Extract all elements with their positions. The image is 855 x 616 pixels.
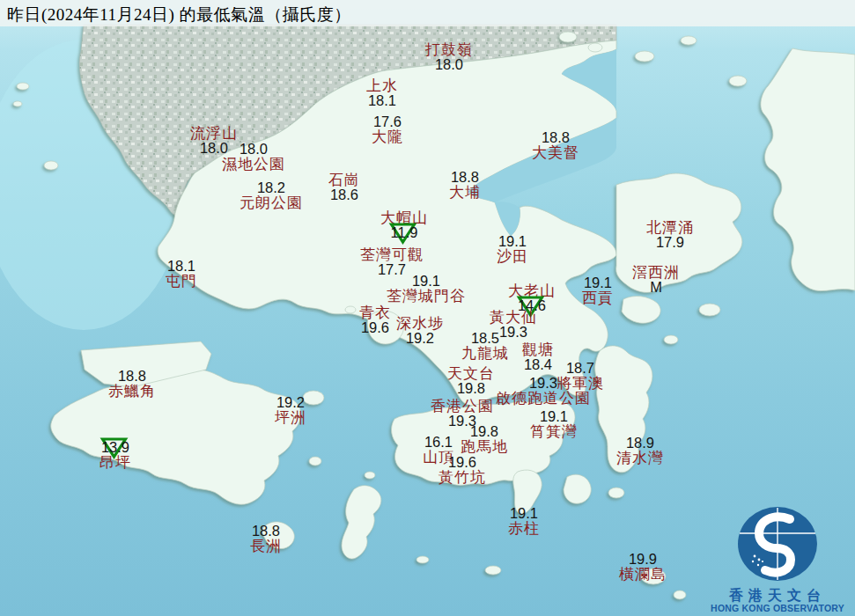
station-temperature: 18.9 xyxy=(626,435,654,451)
station-temperature: 17.9 xyxy=(656,234,684,250)
station-value: 19.2 xyxy=(275,395,306,410)
station-value: 16.1 xyxy=(423,435,454,450)
station-temperature: 18.1 xyxy=(167,258,195,274)
station-name: 滘西洲 xyxy=(632,265,680,280)
station-value: M xyxy=(632,280,680,295)
station-name: 大隴 xyxy=(372,129,403,144)
station-name: 跑馬地 xyxy=(461,439,508,454)
station-name: 屯門 xyxy=(166,274,197,289)
station: 18.8大美督 xyxy=(532,130,579,160)
station-name: 深水埗 xyxy=(396,316,444,331)
station-temperature: 18.0 xyxy=(240,141,268,157)
station: 19.1赤柱 xyxy=(508,506,540,536)
station-temperature: 19.2 xyxy=(406,330,434,346)
station-temperature: 19.1 xyxy=(412,273,440,289)
station-temperature: 19.1 xyxy=(498,233,527,249)
station-value: 11.9 xyxy=(380,225,428,240)
station-name: 沙田 xyxy=(497,249,528,264)
station: 打鼓嶺18.0 xyxy=(425,42,473,72)
station-value: 19.8 xyxy=(461,424,508,439)
station-name: 坪洲 xyxy=(275,410,306,425)
station-name: 西貢 xyxy=(582,290,614,305)
station-value: 18.0 xyxy=(425,57,473,72)
station: 19.1筲箕灣 xyxy=(530,409,578,439)
station-name: 大埔 xyxy=(449,185,481,200)
station: 大帽山11.9 xyxy=(380,210,428,240)
station-temperature: 18.4 xyxy=(524,356,552,372)
hko-logo-english: HONG KONG OBSERVATORY xyxy=(707,603,848,614)
station-name: 清水灣 xyxy=(616,451,664,466)
station-value: 18.0 xyxy=(222,142,285,157)
station: 觀塘18.4 xyxy=(522,342,554,372)
station-value: 19.1 xyxy=(582,275,614,290)
station: 18.0濕地公園 xyxy=(222,142,285,172)
station: 18.8赤鱲角 xyxy=(108,369,156,399)
station-name: 荃灣城門谷 xyxy=(387,289,466,304)
station-name: 元朗公園 xyxy=(240,195,303,210)
station-temperature: 18.7 xyxy=(566,360,594,376)
station-name: 青衣 xyxy=(359,305,391,320)
station: 17.6大隴 xyxy=(372,114,403,144)
station: 18.8大埔 xyxy=(449,170,481,200)
weather-map-screen: 昨日(2024年11月24日) 的最低氣溫（攝氏度） 打鼓嶺18.0上水18.1… xyxy=(0,0,855,616)
station-temperature: 19.9 xyxy=(629,551,657,567)
station: 19.1西貢 xyxy=(582,275,614,305)
station: 上水18.1 xyxy=(366,78,398,108)
station-name: 天文台 xyxy=(447,366,495,381)
station-value: 18.8 xyxy=(108,369,156,384)
station: 石崗18.6 xyxy=(328,172,360,202)
station: 19.1沙田 xyxy=(497,234,528,264)
station: 18.5九龍城 xyxy=(461,331,509,361)
station-value: 19.3 xyxy=(496,376,591,391)
station-temperature: 19.6 xyxy=(361,319,389,335)
station-value: 19.2 xyxy=(396,331,444,346)
station-value: 17.6 xyxy=(372,114,403,129)
station: 19.6黃竹坑 xyxy=(439,455,486,485)
station-value: 18.2 xyxy=(240,180,303,195)
station: 13.9昂坪 xyxy=(100,440,131,470)
station-value: 19.8 xyxy=(447,381,495,396)
station-value: 19.6 xyxy=(439,455,486,470)
station: 滘西洲M xyxy=(632,265,680,295)
station-value: 18.4 xyxy=(522,357,554,372)
station-value: 18.5 xyxy=(461,331,509,346)
station-name: 香港公園 xyxy=(431,399,494,414)
station: 天文台19.8 xyxy=(447,366,495,396)
station: 18.2元朗公園 xyxy=(240,180,303,210)
station-value: 18.8 xyxy=(250,524,282,539)
station-temperature: 11.9 xyxy=(391,224,418,240)
station-value: 13.9 xyxy=(100,440,131,455)
station: 18.9清水灣 xyxy=(616,436,664,466)
station-temperature: 18.5 xyxy=(471,330,499,346)
station-name: 黃大仙 xyxy=(490,310,537,325)
station-temperature: M xyxy=(650,279,662,295)
station: 18.1屯門 xyxy=(166,259,197,289)
station-name: 北潭涌 xyxy=(646,220,694,235)
station-temperature: 18.2 xyxy=(257,180,285,195)
station-temperature: 16.1 xyxy=(424,434,453,450)
station-temperature: 19.8 xyxy=(470,423,498,439)
station-name: 九龍城 xyxy=(461,346,509,361)
station-temperature: 18.8 xyxy=(252,523,280,539)
station-name: 赤鱲角 xyxy=(108,384,156,399)
station-temperature: 17.6 xyxy=(373,114,402,129)
station: 深水埗19.2 xyxy=(396,316,444,346)
hko-logo: 香港天文台 HONG KONG OBSERVATORY xyxy=(707,505,848,614)
station: 北潭涌17.9 xyxy=(646,220,694,250)
station-temperature: 19.8 xyxy=(457,380,485,396)
station-temperature: 18.8 xyxy=(451,169,479,185)
station: 19.8跑馬地 xyxy=(461,424,508,454)
station-name: 大美督 xyxy=(532,145,579,160)
station-name: 流浮山 xyxy=(190,126,238,141)
station-temperature: 18.0 xyxy=(435,56,463,72)
station-value: 18.1 xyxy=(166,259,197,274)
station-temperature: 19.3 xyxy=(529,375,557,391)
station-value: 19.1 xyxy=(387,274,466,289)
station-value: 19.1 xyxy=(497,234,528,249)
station-temperature: 19.1 xyxy=(584,275,612,290)
station-temperature: 18.8 xyxy=(542,129,570,145)
station-name: 濕地公園 xyxy=(222,157,285,172)
station-value: 18.9 xyxy=(616,436,664,451)
station-name: 石崗 xyxy=(328,172,360,187)
station-name: 赤柱 xyxy=(508,521,540,536)
